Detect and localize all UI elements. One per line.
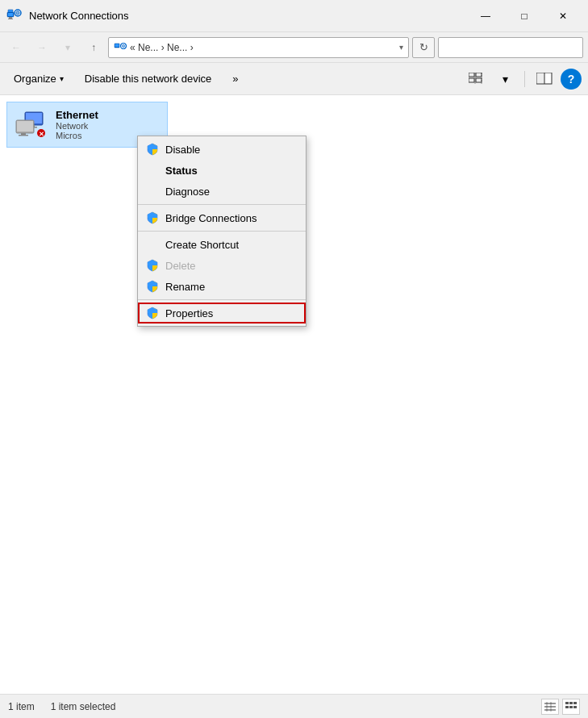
address-text: « Ne... › Ne... ›: [130, 42, 396, 53]
nav-bar: ← → ▾ ↑ « Ne... › Ne... › ▾ ↻: [0, 32, 588, 63]
uac-shield-icon: [146, 307, 159, 319]
svg-point-12: [123, 45, 123, 46]
up-button[interactable]: ↑: [82, 36, 105, 59]
context-menu: DisableStatusDiagnose Bridge Connections…: [137, 136, 307, 327]
main-content: ✕ Ethernet Network Micros DisableStatusD…: [0, 95, 588, 694]
menu-item-bridge[interactable]: Bridge Connections: [138, 207, 306, 228]
minimize-button[interactable]: —: [467, 3, 504, 29]
svg-rect-13: [469, 73, 474, 77]
menu-item-label-delete: Delete: [165, 260, 196, 272]
menu-item-delete: Delete: [138, 255, 306, 276]
organize-button[interactable]: Organize ▾: [6, 68, 71, 90]
view-grid-icon: [469, 73, 483, 86]
svg-rect-43: [573, 706, 577, 708]
network-item-info: Ethernet Network Micros: [56, 109, 98, 140]
svg-rect-3: [8, 19, 13, 19]
status-content-view-button[interactable]: [562, 699, 580, 715]
menu-separator: [138, 204, 306, 205]
toolbar-right: ▾ ?: [463, 68, 582, 90]
network-item-name: Ethernet: [56, 109, 98, 121]
content-view-icon: [565, 702, 577, 712]
disable-label: Disable this network device: [85, 73, 212, 85]
nav-dropdown-button[interactable]: ▾: [56, 36, 79, 59]
more-label: »: [232, 73, 238, 85]
menu-item-label-shortcut: Create Shortcut: [165, 239, 239, 251]
svg-rect-38: [565, 702, 569, 704]
status-bar: 1 item 1 item selected: [0, 694, 588, 718]
svg-rect-21: [537, 73, 544, 83]
uac-shield-icon: [146, 143, 159, 156]
window-controls: — □ ✕: [467, 3, 582, 29]
preview-pane-button[interactable]: [532, 68, 557, 90]
title-bar: Network Connections — □ ✕: [0, 0, 588, 32]
address-dropdown-icon[interactable]: ▾: [399, 43, 403, 52]
network-item-line3: Micros: [56, 131, 98, 140]
view-options-button[interactable]: [463, 68, 489, 90]
menu-separator: [138, 231, 306, 232]
help-button[interactable]: ?: [561, 69, 582, 90]
svg-rect-30: [19, 135, 28, 136]
menu-item-label-bridge: Bridge Connections: [165, 212, 256, 224]
svg-rect-14: [476, 73, 482, 77]
address-bar[interactable]: « Ne... › Ne... › ▾: [108, 37, 409, 58]
menu-item-label-diagnose: Diagnose: [165, 186, 210, 198]
maximize-button[interactable]: □: [506, 3, 543, 29]
uac-shield-icon: [146, 259, 159, 272]
uac-shield-icon: [146, 211, 159, 224]
forward-button[interactable]: →: [31, 36, 53, 59]
refresh-button[interactable]: ↻: [412, 37, 435, 58]
search-input[interactable]: [438, 37, 583, 58]
network-item-line2: Network: [56, 121, 98, 131]
svg-point-6: [17, 12, 19, 14]
back-button[interactable]: ←: [5, 36, 27, 59]
menu-item-label-disable: Disable: [165, 144, 200, 156]
disable-network-button[interactable]: Disable this network device: [77, 68, 219, 90]
organize-label: Organize: [14, 73, 56, 85]
item-count: 1 item: [8, 701, 35, 712]
svg-rect-22: [545, 73, 551, 83]
menu-item-status[interactable]: Status: [138, 160, 306, 181]
svg-rect-39: [569, 702, 573, 704]
status-details-view-button[interactable]: [541, 699, 559, 715]
details-view-icon: [544, 702, 556, 712]
organize-chevron: ▾: [60, 74, 64, 83]
menu-separator: [138, 299, 306, 300]
window-title: Network Connections: [29, 10, 467, 22]
uac-shield-icon: [146, 280, 159, 293]
svg-rect-16: [476, 78, 482, 82]
selected-count: 1 item selected: [51, 701, 116, 712]
close-button[interactable]: ✕: [544, 3, 582, 29]
menu-item-label-status: Status: [165, 165, 198, 177]
menu-item-label-rename: Rename: [165, 281, 205, 293]
svg-rect-9: [115, 44, 119, 47]
svg-rect-1: [8, 13, 13, 16]
menu-item-label-properties: Properties: [165, 307, 213, 319]
menu-item-rename[interactable]: Rename: [138, 276, 306, 297]
app-icon: [6, 8, 23, 24]
menu-item-properties[interactable]: Properties: [138, 303, 306, 324]
ethernet-icon: ✕: [15, 111, 48, 140]
svg-text:✕: ✕: [39, 131, 44, 138]
svg-rect-7: [8, 10, 13, 12]
svg-rect-42: [569, 706, 573, 708]
status-view-controls: [541, 699, 580, 715]
address-bar-icon: [114, 41, 127, 54]
more-button[interactable]: »: [225, 68, 245, 90]
menu-item-shortcut[interactable]: Create Shortcut: [138, 234, 306, 255]
svg-rect-28: [17, 121, 33, 131]
svg-rect-15: [469, 78, 474, 82]
toolbar: Organize ▾ Disable this network device »…: [0, 63, 588, 95]
svg-rect-29: [21, 133, 26, 135]
svg-rect-40: [573, 702, 577, 704]
menu-item-diagnose[interactable]: Diagnose: [138, 181, 306, 202]
toolbar-separator: [524, 71, 525, 87]
svg-rect-41: [565, 706, 569, 708]
view-dropdown-button[interactable]: ▾: [492, 68, 518, 90]
menu-item-disable[interactable]: Disable: [138, 139, 306, 160]
svg-rect-2: [9, 17, 12, 19]
pane-icon: [536, 73, 553, 86]
